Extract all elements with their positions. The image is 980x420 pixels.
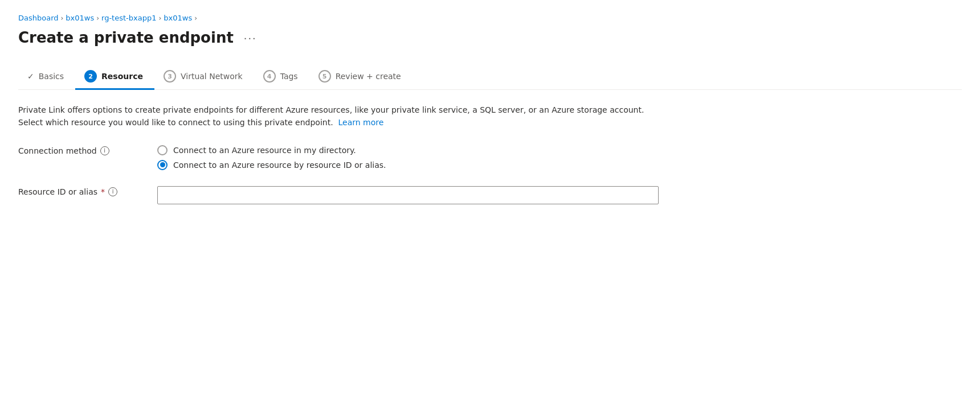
breadcrumb-rg-test-bxapp1[interactable]: rg-test-bxapp1 — [101, 14, 156, 22]
learn-more-link[interactable]: Learn more — [338, 118, 384, 127]
tab-basics[interactable]: ✓ Basics — [18, 66, 75, 88]
radio-resource-id-input[interactable] — [157, 160, 168, 170]
radio-option-directory[interactable]: Connect to an Azure resource in my direc… — [157, 145, 386, 155]
connection-method-info-icon[interactable]: i — [100, 146, 109, 155]
breadcrumb-bx01ws-2[interactable]: bx01ws — [164, 14, 192, 22]
page-title: Create a private endpoint — [18, 29, 234, 46]
tab-resource-label: Resource — [101, 72, 143, 81]
wizard-tabs: ✓ Basics 2 Resource 3 Virtual Network 4 … — [18, 64, 962, 90]
resource-id-input[interactable] — [157, 186, 659, 204]
resource-circle: 2 — [84, 70, 97, 83]
resource-id-info-icon[interactable]: i — [108, 187, 117, 196]
radio-directory-label: Connect to an Azure resource in my direc… — [173, 146, 356, 155]
resource-id-row: Resource ID or alias * i — [18, 186, 962, 204]
tab-virtual-network[interactable]: 3 Virtual Network — [154, 64, 254, 90]
breadcrumb-bx01ws-1[interactable]: bx01ws — [66, 14, 94, 22]
required-star: * — [101, 187, 105, 196]
description-text: Private Link offers options to create pr… — [18, 104, 645, 129]
page-header: Create a private endpoint ··· — [18, 29, 962, 46]
radio-option-resource-id[interactable]: Connect to an Azure resource by resource… — [157, 160, 386, 170]
connection-method-label: Connection method i — [18, 145, 144, 155]
tab-resource[interactable]: 2 Resource — [75, 64, 154, 90]
breadcrumb-sep-2: › — [96, 14, 99, 22]
tags-circle: 4 — [263, 70, 276, 83]
tab-review-create-label: Review + create — [336, 72, 401, 81]
tab-tags-label: Tags — [280, 72, 298, 81]
tab-basics-label: Basics — [39, 72, 64, 81]
breadcrumb-dashboard[interactable]: Dashboard — [18, 14, 59, 22]
breadcrumb-sep-3: › — [158, 14, 161, 22]
resource-id-control — [157, 186, 659, 204]
connection-method-row: Connection method i Connect to an Azure … — [18, 145, 962, 170]
breadcrumb: Dashboard › bx01ws › rg-test-bxapp1 › bx… — [18, 14, 962, 22]
breadcrumb-sep-4: › — [194, 14, 197, 22]
review-create-circle: 5 — [318, 70, 331, 83]
radio-directory-input[interactable] — [157, 145, 168, 155]
radio-resource-id-label: Connect to an Azure resource by resource… — [173, 160, 386, 170]
connection-method-options: Connect to an Azure resource in my direc… — [157, 145, 386, 170]
tab-review-create[interactable]: 5 Review + create — [309, 64, 413, 90]
breadcrumb-sep-1: › — [61, 14, 64, 22]
tab-tags[interactable]: 4 Tags — [254, 64, 309, 90]
more-options-button[interactable]: ··· — [240, 30, 260, 46]
basics-check-icon: ✓ — [27, 72, 34, 81]
resource-id-label: Resource ID or alias * i — [18, 186, 144, 196]
description-body: Private Link offers options to create pr… — [18, 105, 644, 127]
tab-virtual-network-label: Virtual Network — [181, 72, 243, 81]
virtual-network-circle: 3 — [164, 70, 176, 83]
form-section: Connection method i Connect to an Azure … — [18, 145, 962, 204]
